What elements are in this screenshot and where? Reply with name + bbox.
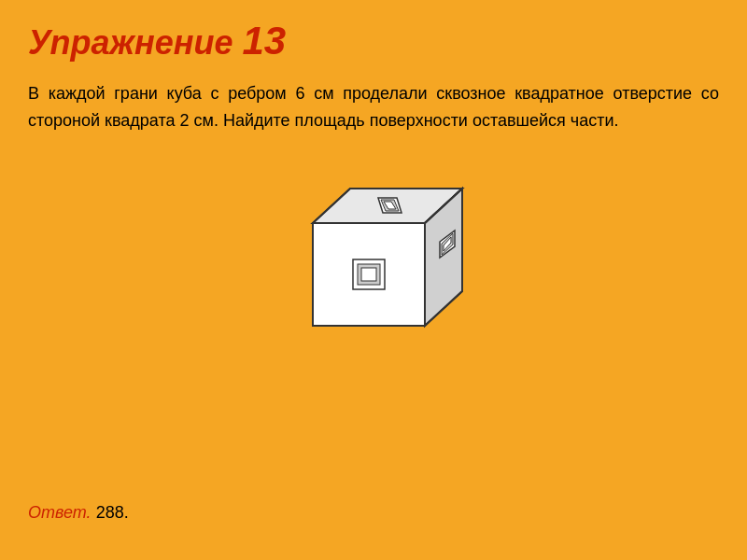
- cube-illustration: [28, 153, 719, 358]
- title-line: Упражнение 13: [28, 19, 719, 63]
- title-prefix: Упражнение: [28, 23, 233, 63]
- answer-line: Ответ. 288.: [28, 503, 129, 523]
- title-number: 13: [243, 19, 287, 63]
- svg-rect-6: [361, 268, 376, 281]
- problem-text: В каждой грани куба с ребром 6 см продел…: [28, 80, 719, 134]
- answer-value: 288.: [96, 503, 129, 522]
- answer-label: Ответ.: [28, 503, 92, 522]
- page-container: Упражнение 13 В каждой грани куба с ребр…: [0, 0, 747, 560]
- cube-svg: [271, 153, 476, 358]
